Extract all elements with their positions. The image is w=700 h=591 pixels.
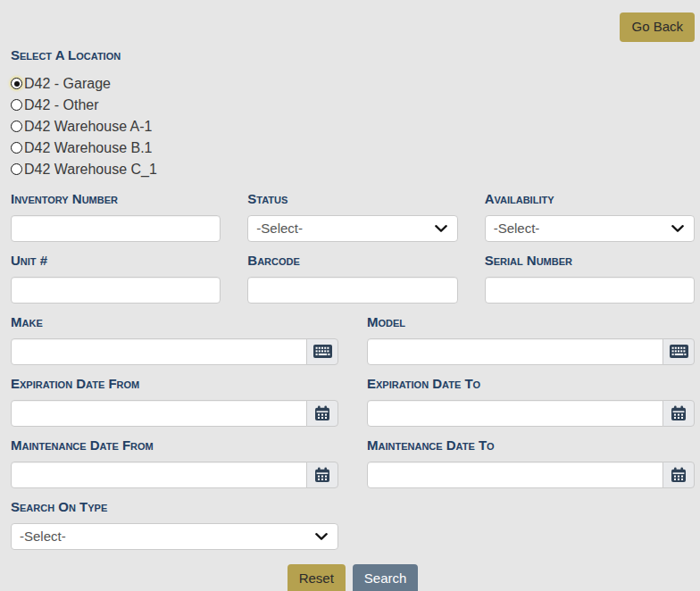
- inventory-number-label: Inventory Number: [11, 191, 221, 206]
- location-option-label: D42 - Other: [24, 97, 99, 113]
- expiration-date-to-label: Expiration Date To: [367, 376, 695, 391]
- maintenance-date-from-label: Maintenance Date From: [11, 437, 338, 453]
- model-input[interactable]: [367, 338, 663, 365]
- make-input[interactable]: [11, 338, 307, 365]
- field-search-on-type: Search On Type -Select-: [11, 499, 338, 550]
- field-model: Model: [367, 314, 695, 365]
- location-radio[interactable]: [11, 78, 22, 89]
- unit-number-input[interactable]: [11, 277, 221, 304]
- model-label: Model: [367, 314, 695, 329]
- status-select[interactable]: -Select-: [247, 215, 457, 242]
- form-row-2: Unit # Barcode Serial Number: [11, 253, 695, 304]
- location-radio[interactable]: [11, 163, 22, 175]
- availability-select-wrap: -Select-: [485, 215, 695, 242]
- field-status: Status -Select-: [247, 191, 457, 242]
- form-row-4: Expiration Date From Expiration Date To: [11, 376, 695, 427]
- field-expiration-date-to: Expiration Date To: [367, 376, 695, 427]
- field-unit-number: Unit #: [11, 253, 221, 304]
- maintenance-date-to-input[interactable]: [367, 462, 663, 488]
- reset-button[interactable]: Reset: [288, 564, 346, 591]
- field-serial-number: Serial Number: [485, 253, 695, 304]
- field-make: Make: [11, 314, 338, 365]
- expiration-date-to-input[interactable]: [367, 400, 663, 427]
- search-on-type-select[interactable]: -Select-: [11, 523, 338, 550]
- search-on-type-select-wrap: -Select-: [11, 523, 338, 550]
- form-actions: Reset Search: [11, 564, 695, 591]
- make-label: Make: [11, 314, 338, 329]
- field-expiration-date-from: Expiration Date From: [11, 376, 338, 427]
- form-row-5: Maintenance Date From Maintenance Date T…: [11, 437, 695, 488]
- serial-number-input[interactable]: [485, 277, 695, 304]
- expiration-date-from-input[interactable]: [11, 400, 307, 427]
- go-back-button[interactable]: Go Back: [620, 12, 695, 42]
- location-option-d42-other[interactable]: D42 - Other: [11, 95, 695, 116]
- maintenance-date-from-input[interactable]: [11, 462, 307, 488]
- location-option-warehouse-a1[interactable]: D42 Warehouse A-1: [11, 116, 695, 137]
- location-option-label: D42 Warehouse A-1: [24, 119, 152, 135]
- location-option-warehouse-c1[interactable]: D42 Warehouse C_1: [11, 159, 695, 180]
- select-location-title: Select A Location: [11, 47, 695, 62]
- maintenance-date-from-input-group: [11, 462, 338, 488]
- location-option-label: D42 Warehouse B.1: [24, 140, 152, 156]
- calendar-icon[interactable]: [662, 462, 695, 488]
- form-row-6-spacer: [367, 499, 695, 550]
- status-select-wrap: -Select-: [247, 215, 457, 242]
- field-maintenance-date-to: Maintenance Date To: [367, 437, 695, 488]
- topbar: Go Back: [11, 12, 695, 42]
- expiration-date-from-label: Expiration Date From: [11, 376, 338, 391]
- location-radio[interactable]: [11, 99, 22, 111]
- form-row-6: Search On Type -Select-: [11, 499, 695, 550]
- maintenance-date-to-input-group: [367, 462, 695, 488]
- field-barcode: Barcode: [247, 253, 457, 304]
- unit-number-label: Unit #: [11, 253, 221, 268]
- location-option-label: D42 Warehouse C_1: [24, 162, 157, 178]
- inventory-search-page: Go Back Select A Location D42 - Garage D…: [0, 0, 700, 591]
- field-availability: Availability -Select-: [485, 191, 695, 242]
- make-input-group: [11, 338, 338, 365]
- location-option-warehouse-b1[interactable]: D42 Warehouse B.1: [11, 137, 695, 159]
- location-radio-group: D42 - Garage D42 - Other D42 Warehouse A…: [11, 73, 695, 180]
- location-option-label: D42 - Garage: [24, 76, 111, 92]
- availability-select[interactable]: -Select-: [485, 215, 695, 242]
- barcode-input[interactable]: [247, 277, 457, 304]
- maintenance-date-to-label: Maintenance Date To: [367, 437, 695, 453]
- keyboard-icon[interactable]: [662, 338, 695, 365]
- availability-label: Availability: [485, 191, 695, 206]
- calendar-icon[interactable]: [306, 462, 338, 488]
- calendar-icon[interactable]: [306, 400, 338, 427]
- status-label: Status: [247, 191, 457, 206]
- form-row-1: Inventory Number Status -Select- Availab…: [11, 191, 695, 242]
- location-option-d42-garage[interactable]: D42 - Garage: [11, 73, 695, 95]
- model-input-group: [367, 338, 695, 365]
- location-radio[interactable]: [11, 121, 22, 132]
- barcode-label: Barcode: [247, 253, 457, 268]
- form-row-3: Make Model: [11, 314, 695, 365]
- location-radio[interactable]: [11, 142, 22, 154]
- expiration-date-to-input-group: [367, 400, 695, 427]
- search-button[interactable]: Search: [353, 564, 419, 591]
- serial-number-label: Serial Number: [485, 253, 695, 268]
- field-inventory-number: Inventory Number: [11, 191, 221, 242]
- keyboard-icon[interactable]: [306, 338, 338, 365]
- field-maintenance-date-from: Maintenance Date From: [11, 437, 338, 488]
- inventory-number-input[interactable]: [11, 215, 221, 242]
- search-on-type-label: Search On Type: [11, 499, 338, 514]
- expiration-date-from-input-group: [11, 400, 338, 427]
- calendar-icon[interactable]: [662, 400, 695, 427]
